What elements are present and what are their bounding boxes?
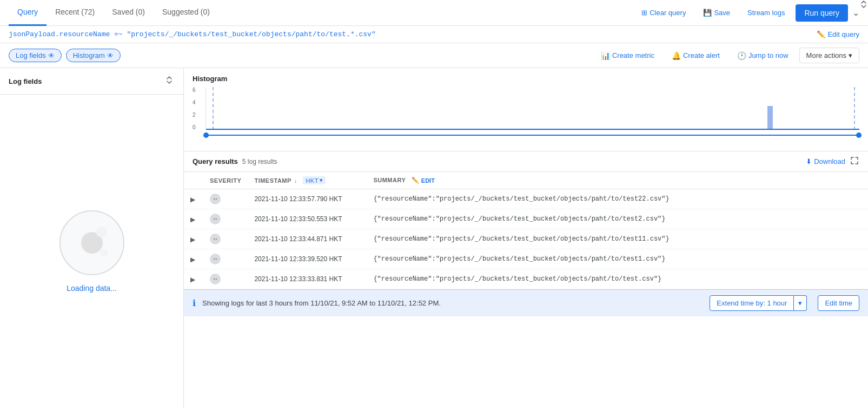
expand-row-button[interactable]: ▶ bbox=[190, 196, 195, 203]
metric-icon: 📊 bbox=[601, 51, 610, 60]
svg-point-5 bbox=[216, 238, 217, 240]
summary-cell: {"resourceName":"projects/_/buckets/test… bbox=[367, 249, 868, 269]
download-button[interactable]: ⬇ Download bbox=[806, 157, 845, 165]
severity-cell bbox=[203, 229, 248, 249]
tab-recent[interactable]: Recent (72) bbox=[47, 0, 103, 26]
edit-icon: ✏️ bbox=[817, 30, 825, 38]
chip-log-fields[interactable]: Log fields 👁 bbox=[9, 49, 62, 62]
chevron-down-icon: ▾ bbox=[849, 51, 852, 59]
svg-point-0 bbox=[214, 198, 215, 200]
y-label-4: 4 bbox=[193, 99, 203, 105]
left-panel: Log fields Loading data... bbox=[0, 68, 184, 408]
tab-saved[interactable]: Saved (0) bbox=[103, 0, 154, 26]
severity-cell bbox=[203, 189, 248, 209]
sort-icon[interactable]: ↓ bbox=[294, 178, 297, 184]
severity-cell bbox=[203, 249, 248, 269]
loading-area: Loading data... bbox=[0, 95, 183, 408]
panel-title: Log fields bbox=[9, 77, 42, 85]
clear-query-button[interactable]: ⊞ Clear query bbox=[635, 5, 692, 20]
save-button[interactable]: 💾 Save bbox=[697, 5, 737, 20]
extend-dropdown-button[interactable]: ▾ bbox=[794, 295, 807, 311]
query-bar: jsonPayload.resourceName =~ "projects/_/… bbox=[0, 26, 868, 43]
table-header-row: SEVERITY TIMESTAMP ↓ HKT ▾ S bbox=[184, 172, 868, 189]
edit-column-button[interactable]: ✏️ EDIT bbox=[412, 177, 435, 184]
info-icon: ℹ bbox=[193, 298, 196, 308]
table-body: ▶2021-11-10 12:33:57.790 HKT{"resourceNa… bbox=[184, 189, 868, 289]
histogram-section: Histogram 0 2 4 6 bbox=[184, 68, 868, 151]
results-actions: ⬇ Download bbox=[806, 156, 859, 167]
log-table: SEVERITY TIMESTAMP ↓ HKT ▾ S bbox=[184, 172, 868, 289]
svg-point-8 bbox=[214, 278, 215, 280]
histogram-bar bbox=[767, 106, 773, 130]
fullscreen-button[interactable] bbox=[850, 156, 859, 167]
query-text: jsonPayload.resourceName =~ "projects/_/… bbox=[9, 30, 376, 38]
timestamp-cell: 2021-11-10 12:33:33.831 HKT bbox=[248, 269, 367, 289]
edit-pencil-icon: ✏️ bbox=[412, 177, 419, 184]
y-label-6: 6 bbox=[193, 87, 203, 93]
jump-to-now-button[interactable]: 🕐 Jump to now bbox=[731, 48, 795, 63]
severity-cell bbox=[203, 269, 248, 289]
main-content: Log fields Loading data... bbox=[0, 68, 868, 408]
right-panel: Histogram 0 2 4 6 bbox=[184, 68, 868, 408]
create-alert-button[interactable]: 🔔 Create alert bbox=[665, 48, 726, 63]
edit-time-button[interactable]: Edit time bbox=[818, 295, 859, 311]
expand-row-button[interactable]: ▶ bbox=[190, 216, 195, 223]
svg-point-6 bbox=[214, 258, 215, 260]
eye-icon-2: 👁 bbox=[107, 52, 114, 59]
top-actions: ⊞ Clear query 💾 Save Stream logs Run que… bbox=[635, 4, 859, 22]
table-row: ▶2021-11-10 12:33:44.871 HKT{"resourceNa… bbox=[184, 229, 868, 249]
run-query-button[interactable]: Run query bbox=[796, 4, 848, 22]
histogram-slider[interactable] bbox=[206, 130, 859, 141]
create-metric-button[interactable]: 📊 Create metric bbox=[594, 48, 661, 63]
stream-logs-button[interactable]: Stream logs bbox=[741, 5, 791, 20]
svg-point-2 bbox=[214, 218, 215, 220]
tab-suggested[interactable]: Suggested (0) bbox=[154, 0, 218, 26]
chip-histogram[interactable]: Histogram 👁 bbox=[66, 49, 121, 62]
summary-cell: {"resourceName":"projects/_/buckets/test… bbox=[367, 229, 868, 249]
extend-time-button[interactable]: Extend time by: 1 hour bbox=[710, 295, 794, 311]
expand-row-button[interactable]: ▶ bbox=[190, 236, 195, 243]
slider-handle-left[interactable] bbox=[203, 132, 209, 138]
tz-badge[interactable]: HKT ▾ bbox=[303, 176, 326, 184]
svg-point-4 bbox=[214, 238, 215, 240]
edit-query-button[interactable]: ✏️ Edit query bbox=[817, 30, 859, 38]
panel-collapse-button[interactable] bbox=[164, 75, 175, 88]
panel-header: Log fields bbox=[0, 68, 183, 95]
save-icon: 💾 bbox=[703, 9, 712, 17]
eye-icon: 👁 bbox=[48, 52, 55, 59]
th-summary: SUMMARY ✏️ EDIT bbox=[367, 172, 868, 189]
summary-cell: {"resourceName":"projects/_/buckets/test… bbox=[367, 189, 868, 209]
tab-query[interactable]: Query bbox=[9, 0, 47, 26]
timestamp-cell: 2021-11-10 12:33:44.871 HKT bbox=[248, 229, 367, 249]
svg-point-3 bbox=[216, 218, 217, 220]
loading-text: Loading data... bbox=[67, 284, 117, 293]
alert-icon: 🔔 bbox=[672, 51, 681, 60]
top-bar: Query Recent (72) Saved (0) Suggested (0… bbox=[0, 0, 868, 26]
expand-row-button[interactable]: ▶ bbox=[190, 276, 195, 283]
table-row: ▶2021-11-10 12:33:33.831 HKT{"resourceNa… bbox=[184, 269, 868, 289]
download-icon: ⬇ bbox=[806, 157, 812, 165]
tz-chevron-icon: ▾ bbox=[320, 177, 323, 184]
results-title-area: Query results 5 log results bbox=[193, 157, 277, 165]
summary-cell: {"resourceName":"projects/_/buckets/test… bbox=[367, 209, 868, 229]
svg-point-1 bbox=[216, 198, 217, 200]
timestamp-cell: 2021-11-10 12:33:50.553 HKT bbox=[248, 209, 367, 229]
results-count: 5 log results bbox=[242, 158, 277, 165]
notice-text: Showing logs for last 3 hours from 11/10… bbox=[202, 299, 703, 307]
y-label-2: 2 bbox=[193, 112, 203, 118]
table-row: ▶2021-11-10 12:33:57.790 HKT{"resourceNa… bbox=[184, 189, 868, 209]
chart-area bbox=[206, 87, 859, 130]
expand-row-button[interactable]: ▶ bbox=[190, 256, 195, 263]
loading-animation bbox=[59, 210, 124, 275]
more-actions-button[interactable]: More actions ▾ bbox=[799, 48, 859, 63]
expand-collapse-button[interactable]: ⌄ bbox=[852, 8, 859, 18]
histogram-chart-container: 0 2 4 6 bbox=[193, 87, 859, 147]
timestamp-cell: 2021-11-10 12:33:39.520 HKT bbox=[248, 249, 367, 269]
summary-cell: {"resourceName":"projects/_/buckets/test… bbox=[367, 269, 868, 289]
filter-bar: Log fields 👁 Histogram 👁 📊 Create metric… bbox=[0, 43, 868, 68]
results-header: Query results 5 log results ⬇ Download bbox=[184, 151, 868, 172]
tabs: Query Recent (72) Saved (0) Suggested (0… bbox=[9, 0, 218, 26]
th-expand bbox=[184, 172, 203, 189]
slider-handle-right[interactable] bbox=[856, 132, 862, 138]
th-timestamp: TIMESTAMP ↓ HKT ▾ bbox=[248, 172, 367, 189]
